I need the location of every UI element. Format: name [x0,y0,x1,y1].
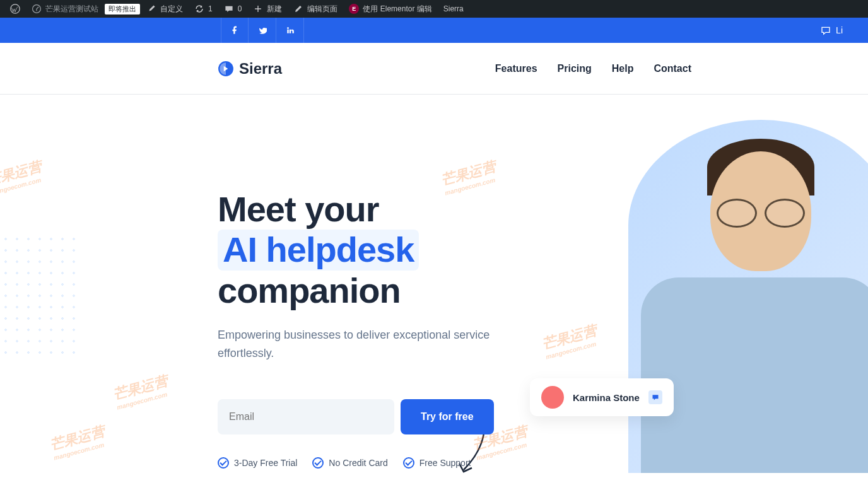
chat-icon [821,25,831,35]
new-content-link[interactable]: 新建 [248,0,287,18]
dot-pattern-decoration [0,233,76,359]
edit-page-text: 编辑页面 [307,4,337,15]
chat-card-name: Karmina Stone [573,392,640,403]
logo-text: Sierra [239,60,282,78]
watermark: 芒果运营mangoecom.com [540,321,601,360]
feature-nocard-text: No Credit Card [329,458,387,468]
social-icons-group [221,18,304,43]
nav-features[interactable]: Features [495,63,537,74]
nav-pricing[interactable]: Pricing [558,63,592,74]
avatar [541,386,564,409]
check-icon [403,457,414,469]
elementor-text: 使用 Elementor 编辑 [363,4,431,15]
updates-count: 1 [208,4,213,13]
hero-subtitle: Empowering businesses to deliver excepti… [218,326,546,363]
logo[interactable]: Sierra [218,60,282,78]
hero-person-image [628,120,868,473]
customize-text: 自定义 [160,4,183,15]
chat-bubble-icon [648,390,662,404]
hero-features: 3-Day Free Trial No Credit Card Free Sup… [218,457,546,469]
comment-icon [224,4,234,14]
top-social-bar: Li [0,18,868,43]
nav-help[interactable]: Help [612,63,634,74]
dashboard-icon [32,4,42,14]
watermark: 芒果运营mangoecom.com [48,422,108,461]
hero-title-line1: Meet your [218,189,379,229]
facebook-link[interactable] [221,18,249,43]
coming-soon-badge[interactable]: 即将推出 [105,4,140,15]
user-link[interactable]: Sierra [438,0,469,18]
brush-icon [146,4,156,14]
site-name-text: 芒果运营测试站 [45,4,98,15]
email-input[interactable] [218,399,394,434]
twitter-icon [258,26,267,35]
feature-support-text: Free Support [419,458,471,468]
site-name-link[interactable]: 芒果运营测试站 [26,0,103,18]
facebook-icon [230,26,239,35]
social-right-link[interactable]: Li [821,25,843,35]
feature-nocard: No Credit Card [312,457,387,469]
updates-link[interactable]: 1 [189,0,218,18]
hero-section: Meet your AI helpdesk companion Empoweri… [0,95,868,478]
comments-link[interactable]: 0 [219,0,247,18]
email-signup-form: Try for free [218,399,546,434]
hero-title-line3: companion [218,271,401,310]
check-icon [218,457,229,469]
plus-icon [253,4,263,14]
linkedin-link[interactable] [276,18,304,43]
user-text: Sierra [443,4,464,13]
try-free-button[interactable]: Try for free [401,399,494,434]
customize-link[interactable]: 自定义 [141,0,188,18]
check-icon [312,457,324,469]
nav-contact[interactable]: Contact [654,63,691,74]
new-text: 新建 [267,4,282,15]
edit-page-link[interactable]: 编辑页面 [288,0,343,18]
elementor-icon: E [349,4,359,14]
twitter-link[interactable] [249,18,276,43]
elementor-edit-link[interactable]: E 使用 Elementor 编辑 [344,0,437,18]
feature-support: Free Support [403,457,471,469]
site-header: Sierra Features Pricing Help Contact [0,43,868,95]
linkedin-icon [286,26,295,35]
social-right-text: Li [836,25,843,35]
watermark: 芒果运营mangoecom.com [0,157,45,196]
watermark: 芒果运营mangoecom.com [111,371,172,411]
refresh-icon [194,4,204,14]
wp-logo[interactable] [5,0,25,18]
main-nav: Features Pricing Help Contact [495,63,691,74]
pencil-icon [293,4,303,14]
chat-card-karmina: Karmina Stone [530,378,674,416]
comments-count: 0 [238,4,242,13]
logo-icon [218,61,234,77]
wordpress-icon [10,4,20,14]
feature-trial-text: 3-Day Free Trial [234,458,297,468]
hero-title: Meet your AI helpdesk companion [218,189,546,311]
wp-admin-bar: 芒果运营测试站 即将推出 自定义 1 0 新建 编辑页面 E 使用 Elemen… [0,0,868,18]
feature-trial: 3-Day Free Trial [218,457,297,469]
hero-title-highlight: AI helpdesk [218,230,419,270]
